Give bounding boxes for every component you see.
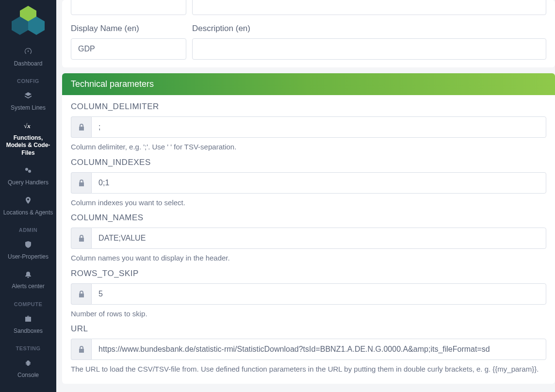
param-help: Number of rows to skip.: [71, 309, 546, 320]
lock-icon[interactable]: [71, 116, 91, 138]
nav-system-lines[interactable]: System Lines: [0, 88, 56, 117]
nav-locations-agents[interactable]: Locations & Agents: [0, 193, 56, 222]
nav-alerts-center[interactable]: Alerts center: [0, 267, 56, 296]
nav-section-compute: COMPUTE: [0, 296, 56, 311]
display-name-input[interactable]: [71, 38, 186, 60]
param-url: URLThe URL to load the CSV/TSV-file from…: [71, 324, 546, 375]
nav-section-config: CONFIG: [0, 73, 56, 88]
app-logo: [11, 4, 45, 38]
param-input-group: [71, 228, 546, 249]
display-name-label: Display Name (en): [71, 24, 186, 33]
lock-icon[interactable]: [71, 339, 91, 360]
svg-point-5: [28, 170, 31, 173]
nav-query-handlers[interactable]: Query Handlers: [0, 163, 56, 192]
top-left-input[interactable]: [71, 0, 186, 15]
nav-label: Dashboard: [14, 60, 43, 67]
param-input-group: [71, 172, 546, 194]
nav-label: Locations & Agents: [3, 209, 53, 216]
param-input[interactable]: [91, 172, 546, 194]
param-help: Column indexes you want to select.: [71, 197, 546, 209]
param-input[interactable]: [91, 116, 546, 138]
nav-label: Alerts center: [12, 283, 44, 290]
technical-panel-header: Technical parameters: [62, 73, 555, 95]
layers-icon: [3, 92, 53, 102]
nav-label: Sandboxes: [14, 327, 43, 334]
nav-label: Console: [17, 372, 39, 378]
nav-label: System Lines: [11, 104, 46, 111]
param-input[interactable]: [91, 339, 546, 360]
dashboard-icon: [3, 48, 53, 58]
bug-icon: [3, 359, 53, 370]
param-help: The URL to load the CSV/TSV-file from. U…: [71, 364, 546, 375]
param-input-group: [71, 283, 546, 305]
bell-icon: [3, 271, 53, 281]
cogs-icon: [3, 166, 53, 177]
pin-icon: [3, 196, 53, 207]
shield-icon: [3, 241, 53, 251]
param-rows_to_skip: ROWS_TO_SKIPNumber of rows to skip.: [71, 269, 546, 320]
nav-console[interactable]: Console: [0, 355, 56, 385]
svg-point-4: [25, 168, 28, 171]
svg-text:√x: √x: [24, 122, 31, 130]
nav-section-admin: ADMIN: [0, 222, 56, 237]
nav-dashboard[interactable]: Dashboard: [0, 44, 56, 73]
nav-label: Functions, Models & Code-Files: [6, 134, 50, 156]
sidebar: Dashboard CONFIG System Lines √x Functio…: [0, 0, 56, 392]
param-input[interactable]: [91, 228, 546, 249]
main-content: Display Name (en) Description (en) Techn…: [56, 0, 555, 392]
fx-icon: √x: [3, 122, 53, 132]
param-column_indexes: COLUMN_INDEXESColumn indexes you want to…: [71, 158, 546, 209]
lock-icon[interactable]: [71, 283, 91, 305]
param-label: ROWS_TO_SKIP: [71, 269, 546, 278]
param-label: COLUMN_NAMES: [71, 213, 546, 223]
technical-panel: Technical parameters COLUMN_DELIMITERCol…: [62, 73, 555, 384]
description-input[interactable]: [192, 38, 546, 60]
param-input-group: [71, 116, 546, 138]
param-column_delimiter: COLUMN_DELIMITERColumn delimiter, e.g. '…: [71, 102, 546, 153]
param-input[interactable]: [91, 283, 546, 305]
nav-section-testing: TESTING: [0, 341, 56, 355]
top-right-input[interactable]: [192, 0, 546, 15]
nav-label: User-Properties: [8, 253, 49, 260]
param-help: Column delimiter, e.g. ';'. Use ' ' for …: [71, 142, 546, 153]
param-label: COLUMN_INDEXES: [71, 158, 546, 167]
general-card: Display Name (en) Description (en): [62, 0, 555, 67]
briefcase-icon: [3, 315, 53, 326]
param-column_names: COLUMN_NAMESColumn names you want to dis…: [71, 213, 546, 264]
param-input-group: [71, 339, 546, 360]
param-help: Column names you want to display in the …: [71, 253, 546, 264]
nav-sandboxes[interactable]: Sandboxes: [0, 311, 56, 341]
lock-icon[interactable]: [71, 228, 91, 249]
nav-user-properties[interactable]: User-Properties: [0, 237, 56, 266]
nav-functions-models-codefiles[interactable]: √x Functions, Models & Code-Files: [0, 118, 56, 163]
nav-label: Query Handlers: [8, 179, 49, 186]
param-label: URL: [71, 324, 546, 334]
description-label: Description (en): [192, 24, 546, 33]
param-label: COLUMN_DELIMITER: [71, 102, 546, 112]
lock-icon[interactable]: [71, 172, 91, 194]
